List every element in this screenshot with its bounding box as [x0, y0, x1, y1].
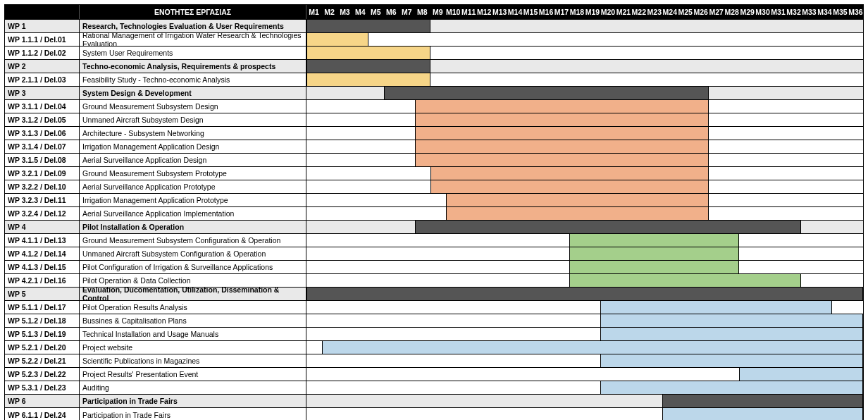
gantt-bar	[306, 73, 430, 86]
row-id: WP 5.2.1 / Del.20	[5, 341, 80, 354]
row-id: WP 4.1.1 / Del.13	[5, 234, 80, 247]
month-header: M12	[477, 5, 492, 19]
month-header: M8	[415, 5, 430, 19]
month-header: M34	[817, 5, 833, 19]
row-name: Auditing	[80, 381, 306, 394]
row-name: Project Results' Presentation Event	[80, 368, 306, 381]
row-name: System User Requirements	[80, 47, 306, 59]
row-name: Irrigation Management Application Design	[80, 140, 306, 153]
row-months	[306, 395, 863, 407]
row-name: Aerial Surveillance Application Design	[80, 154, 306, 166]
row-months	[306, 87, 863, 99]
task-row: WP 5.1.2 / Del.18Bussines & Capitalisati…	[5, 314, 863, 328]
task-row: WP 3.1.4 / Del.07Irrigation Management A…	[5, 140, 863, 154]
row-months	[306, 234, 863, 247]
row-months	[306, 127, 863, 140]
row-name: Aerial Surveillance Application Prototyp…	[80, 180, 306, 193]
month-header: M21	[616, 5, 631, 19]
gantt-bar	[415, 100, 709, 113]
row-id: WP 4.1.3 / Del.15	[5, 261, 80, 273]
month-header: M27	[709, 5, 724, 19]
month-header: M10	[446, 5, 461, 19]
row-name: Project website	[80, 341, 306, 354]
gantt-bar	[306, 33, 368, 46]
row-months	[306, 274, 863, 287]
row-id: WP 3.1.1 / Del.04	[5, 100, 80, 113]
month-header: M29	[740, 5, 755, 19]
task-row: WP 5.1.1 / Del.17Pilot Operation Results…	[5, 301, 863, 314]
row-id: WP 3	[5, 87, 80, 99]
month-header: M6	[384, 5, 399, 19]
month-header: M16	[539, 5, 554, 19]
row-name: Participation in Trade Fairs	[80, 395, 306, 407]
task-row: WP 3.1.1 / Del.04Ground Measurement Subs…	[5, 100, 863, 113]
row-id: WP 5.3.1 / Del.23	[5, 381, 80, 394]
row-id: WP 3.1.2 / Del.05	[5, 113, 80, 126]
month-header: M19	[585, 5, 600, 19]
gantt-bar	[446, 194, 709, 206]
row-id: WP 6	[5, 395, 80, 407]
month-header: M33	[802, 5, 817, 19]
month-header: M31	[771, 5, 786, 19]
row-months	[306, 154, 863, 166]
month-header: M1	[306, 5, 322, 19]
wp-row: WP 3System Design & Development	[5, 87, 863, 100]
month-header: M14	[508, 5, 523, 19]
row-name: Scientific Publications in Magazines	[80, 354, 306, 367]
month-header: M13	[492, 5, 508, 19]
row-id: WP 2	[5, 60, 80, 73]
row-months	[306, 288, 863, 300]
gantt-bar	[446, 207, 709, 220]
row-name: Ground Measurement Subsystem Configurati…	[80, 234, 306, 247]
row-id: WP 3.2.1 / Del.09	[5, 167, 80, 180]
row-id: WP 2.1.1 / Del.03	[5, 73, 80, 86]
task-row: WP 3.2.1 / Del.09Ground Measurement Subs…	[5, 167, 863, 180]
gantt-bar	[384, 87, 709, 99]
gantt-bar	[739, 368, 863, 381]
row-months	[306, 60, 863, 73]
row-months	[306, 207, 863, 220]
month-header: M11	[461, 5, 477, 19]
task-row: WP 1.1.2 / Del.02System User Requirement…	[5, 47, 863, 60]
wp-row: WP 4Pilot Installation & Operation	[5, 221, 863, 234]
month-header: M17	[554, 5, 570, 19]
row-name: Pilot Configuration of Irrigation & Surv…	[80, 261, 306, 273]
gantt-bar	[306, 47, 430, 59]
row-months	[306, 301, 863, 314]
row-id: WP 3.2.4 / Del.12	[5, 207, 80, 220]
row-name: Technical Installation and Usage Manuals	[80, 328, 306, 340]
row-months	[306, 247, 863, 260]
row-id: WP 1	[5, 20, 80, 32]
task-row: WP 3.1.2 / Del.05Unmaned Aircraft Subsys…	[5, 113, 863, 127]
row-months	[306, 194, 863, 206]
row-id: WP 5.1.1 / Del.17	[5, 301, 80, 314]
task-row: WP 3.2.3 / Del.11Irrigation Management A…	[5, 194, 863, 207]
row-months	[306, 73, 863, 86]
wp-row: WP 6Participation in Trade Fairs	[5, 395, 863, 408]
row-id: WP 5	[5, 288, 80, 300]
month-header: M24	[662, 5, 678, 19]
row-id: WP 3.2.2 / Del.10	[5, 180, 80, 193]
gantt-bar	[415, 140, 709, 153]
row-months	[306, 180, 863, 193]
task-row: WP 5.2.3 / Del.22Project Results' Presen…	[5, 368, 863, 381]
gantt-bar	[662, 408, 863, 420]
header-months: M1M2M3M4M5M6M7M8M9M10M11M12M13M14M15M16M…	[306, 5, 863, 19]
month-header: M15	[523, 5, 539, 19]
row-id: WP 4.1.2 / Del.14	[5, 247, 80, 260]
row-id: WP 3.2.3 / Del.11	[5, 194, 80, 206]
month-header: M25	[678, 5, 693, 19]
task-row: WP 3.2.4 / Del.12Aerial Surveillance App…	[5, 207, 863, 221]
month-header: M23	[647, 5, 662, 19]
task-row: WP 5.3.1 / Del.23Auditing	[5, 381, 863, 395]
row-name: Ground Measurement Subsystem Design	[80, 100, 306, 113]
gantt-bar	[415, 127, 709, 140]
row-id: WP 5.1.3 / Del.19	[5, 328, 80, 340]
gantt-bar	[569, 261, 739, 273]
row-name: Pilot Operation Results Analysis	[80, 301, 306, 314]
month-header: M2	[322, 5, 337, 19]
header-title-cell: ΕΝΟΤΗΤΕΣ ΕΡΓΑΣΙΑΣ	[80, 5, 306, 19]
task-row: WP 3.1.5 / Del.08Aerial Surveillance App…	[5, 154, 863, 167]
gantt-bar	[415, 154, 709, 166]
month-header: M28	[724, 5, 740, 19]
